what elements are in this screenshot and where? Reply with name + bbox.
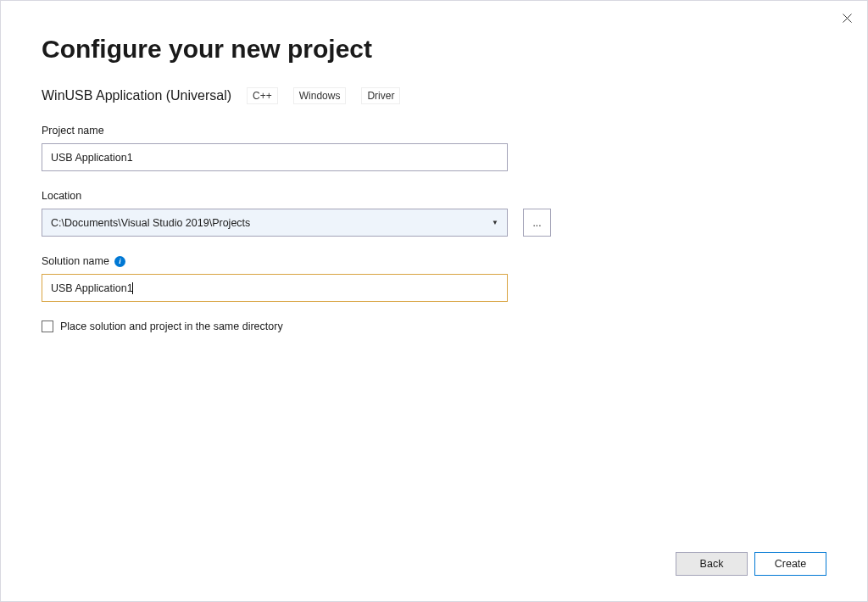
- project-name-input[interactable]: [42, 143, 508, 171]
- project-name-label: Project name: [42, 125, 826, 137]
- info-icon[interactable]: i: [114, 256, 125, 267]
- location-dropdown[interactable]: C:\Documents\Visual Studio 2019\Projects…: [42, 209, 508, 237]
- close-button[interactable]: [837, 8, 857, 28]
- solution-name-input[interactable]: USB Application1: [42, 274, 508, 302]
- create-button[interactable]: Create: [754, 552, 826, 576]
- template-name: WinUSB Application (Universal): [42, 88, 231, 103]
- page-title: Configure your new project: [42, 35, 826, 64]
- template-tag: C++: [247, 87, 278, 104]
- close-icon: [843, 14, 852, 23]
- location-label: Location: [42, 190, 826, 202]
- footer-buttons: Back Create: [676, 552, 826, 576]
- solution-name-label: Solution name i: [42, 255, 826, 267]
- template-info-row: WinUSB Application (Universal) C++ Windo…: [42, 87, 826, 104]
- solution-name-label-text: Solution name: [42, 255, 109, 267]
- same-directory-label[interactable]: Place solution and project in the same d…: [60, 321, 283, 332]
- browse-button[interactable]: ...: [523, 209, 551, 237]
- text-cursor: [132, 282, 133, 294]
- solution-name-value: USB Application1: [51, 282, 133, 294]
- same-directory-checkbox[interactable]: [42, 321, 53, 332]
- location-value: C:\Documents\Visual Studio 2019\Projects: [51, 217, 250, 229]
- template-tag: Windows: [293, 87, 347, 104]
- chevron-down-icon: ▼: [492, 219, 498, 226]
- back-button[interactable]: Back: [676, 552, 748, 576]
- template-tag: Driver: [361, 87, 400, 104]
